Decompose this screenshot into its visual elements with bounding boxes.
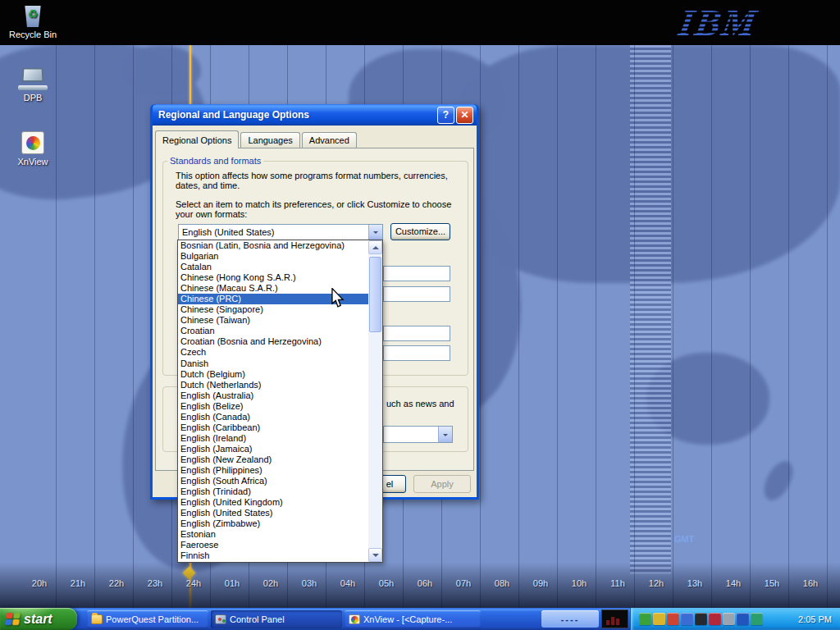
tab-languages[interactable]: Languages: [240, 132, 299, 148]
locale-option[interactable]: Croatian (Bosnia and Herzegovina): [178, 336, 368, 347]
locale-option[interactable]: Faeroese: [178, 540, 368, 550]
start-label: start: [24, 612, 52, 627]
xnview-icon: [21, 131, 44, 154]
timezone-label: 11h: [605, 578, 630, 588]
apply-button[interactable]: Apply: [413, 475, 471, 493]
timezone-label: 24h: [181, 578, 206, 588]
timezone-label: 05h: [374, 578, 399, 588]
locale-option[interactable]: English (Canada): [178, 412, 368, 422]
tray-icon-1[interactable]: [639, 613, 651, 625]
deskband-toolbar[interactable]: ----: [541, 610, 599, 628]
taskbar: start PowerQuest Partition...Control Pan…: [0, 608, 840, 630]
locale-option[interactable]: English (Zimbabwe): [178, 518, 368, 529]
tray-icon-7[interactable]: [723, 613, 735, 625]
tray-icon-2[interactable]: [653, 613, 665, 625]
locale-option[interactable]: English (South Africa): [178, 476, 368, 486]
icon-label: Recycle Bin: [7, 30, 59, 39]
taskbar-task[interactable]: PowerQuest Partition...: [87, 610, 208, 628]
tray-clock[interactable]: 2:05 PM: [798, 614, 832, 624]
locale-option[interactable]: Catalan: [178, 262, 368, 272]
timezone-label: 21h: [66, 578, 90, 588]
close-button[interactable]: ✕: [456, 107, 473, 124]
tab-regional-options[interactable]: Regional Options: [155, 130, 239, 148]
locale-option[interactable]: English (New Zealand): [178, 454, 368, 465]
combobox-dropdown-arrow[interactable]: [368, 225, 382, 240]
standards-group-title: Standards and formats: [167, 156, 263, 166]
task-label: PowerQuest Partition...: [106, 614, 199, 624]
help-button[interactable]: ?: [437, 107, 454, 124]
locale-option[interactable]: Chinese (Hong Kong S.A.R.): [178, 272, 368, 283]
timezone-label: 09h: [528, 578, 553, 588]
laptop-icon: [18, 67, 48, 90]
taskbar-task[interactable]: XnView - [<Capture-...: [345, 610, 481, 628]
windows-flag-icon: [5, 613, 21, 625]
tab-advanced[interactable]: Advanced: [302, 132, 357, 148]
tray-icon-8[interactable]: [737, 613, 749, 625]
timezone-label: 20h: [27, 578, 52, 588]
desktop-icon-xnview[interactable]: XnView: [7, 131, 59, 167]
tab-strip: Regional Options Languages Advanced: [155, 130, 358, 148]
locale-option[interactable]: Czech: [178, 347, 368, 358]
tray-icon-9[interactable]: [751, 613, 763, 625]
timezone-label: 23h: [143, 578, 167, 588]
timezone-scale: 20h21h22h23h24h01h02h03h04h05h06h07h08h0…: [0, 578, 840, 591]
locale-option[interactable]: English (Jamaica): [178, 444, 368, 454]
folder-icon: [91, 614, 103, 624]
control-panel-icon: [215, 614, 226, 624]
locale-option[interactable]: English (Philippines): [178, 465, 368, 476]
tray-icon-4[interactable]: [681, 613, 693, 625]
tray-icon-5[interactable]: [695, 613, 707, 625]
combobox-dropdown-arrow[interactable]: [438, 427, 452, 442]
timezone-label: 14h: [721, 578, 746, 588]
locale-dropdown-list: Bosnian (Latin, Bosnia and Herzegovina)B…: [177, 240, 383, 563]
timezone-label: 22h: [104, 578, 129, 588]
locale-option[interactable]: Bulgarian: [178, 251, 368, 262]
timezone-label: 03h: [297, 578, 322, 588]
locale-option[interactable]: Croatian: [178, 326, 368, 336]
scroll-down-button[interactable]: [368, 548, 382, 562]
timezone-label: 04h: [336, 578, 360, 588]
mouse-cursor: [331, 288, 345, 310]
sample-field-fragment: [383, 326, 450, 341]
scrollbar-thumb[interactable]: [369, 257, 381, 332]
icon-label: XnView: [7, 157, 59, 167]
timezone-label: 15h: [760, 578, 784, 588]
location-text-fragment: uch as news and: [386, 399, 468, 409]
locale-option[interactable]: Estonian: [178, 529, 368, 540]
icon-label: DPB: [7, 93, 59, 103]
locale-option[interactable]: Chinese (Taiwan): [178, 315, 368, 326]
timezone-label: 02h: [258, 578, 283, 588]
timezone-label: 16h: [798, 578, 823, 588]
locale-option[interactable]: Finnish: [178, 550, 368, 561]
taskbar-meter[interactable]: [601, 609, 628, 628]
start-button[interactable]: start: [0, 608, 77, 630]
locale-option[interactable]: Danish: [178, 358, 368, 369]
task-label: XnView - [<Capture-...: [363, 614, 452, 624]
dialog-titlebar[interactable]: Regional and Language Options ? ✕: [153, 104, 477, 126]
taskbar-task[interactable]: Control Panel: [211, 610, 342, 628]
task-label: Control Panel: [230, 614, 285, 624]
locale-option[interactable]: English (Australia): [178, 390, 368, 401]
locale-option[interactable]: English (Belize): [178, 401, 368, 412]
locale-option[interactable]: Dutch (Netherlands): [178, 380, 368, 390]
locale-option[interactable]: Dutch (Belgium): [178, 369, 368, 380]
tray-icon-3[interactable]: [667, 613, 679, 625]
timezone-label: 01h: [220, 578, 244, 588]
locale-option[interactable]: Bosnian (Latin, Bosnia and Herzegovina): [178, 240, 368, 251]
desktop-icon-recycle-bin[interactable]: ♻ Recycle Bin: [7, 2, 59, 39]
timezone-label: 12h: [644, 578, 669, 588]
customize-button[interactable]: Customize...: [390, 223, 450, 240]
locale-combobox[interactable]: English (United States): [178, 224, 383, 240]
scroll-up-button[interactable]: [368, 240, 382, 254]
system-tray: 2:05 PM: [630, 608, 840, 630]
locale-option[interactable]: English (Ireland): [178, 433, 368, 444]
locale-option[interactable]: English (United States): [178, 508, 368, 518]
tray-icon-6[interactable]: [709, 613, 721, 625]
locale-option[interactable]: English (United Kingdom): [178, 497, 368, 508]
desktop-icon-dpb[interactable]: DPB: [7, 67, 59, 103]
locale-option[interactable]: English (Trinidad): [178, 486, 368, 497]
list-scrollbar[interactable]: [368, 240, 382, 562]
location-combobox-fragment[interactable]: [383, 426, 453, 443]
locale-option[interactable]: English (Caribbean): [178, 422, 368, 433]
standards-description: This option affects how some programs fo…: [176, 171, 461, 190]
